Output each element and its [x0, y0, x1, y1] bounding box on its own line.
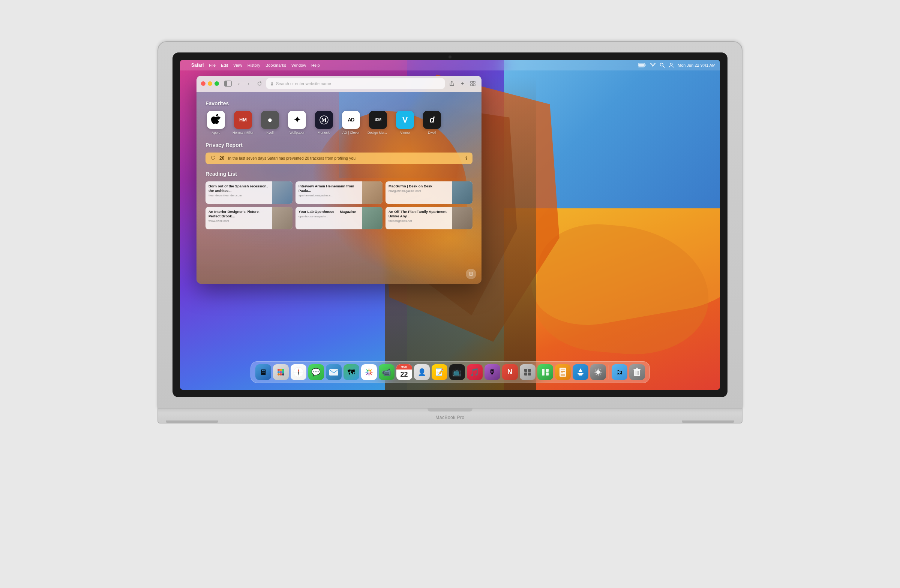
dock-contacts[interactable]: 👤 [414, 364, 430, 380]
svg-rect-7 [471, 81, 473, 83]
dock-system-prefs[interactable] [590, 364, 606, 380]
dock-messages[interactable]: 💬 [308, 364, 324, 380]
customize-button[interactable] [466, 269, 476, 279]
share-button[interactable] [448, 79, 456, 88]
contacts-icon: 👤 [418, 369, 426, 376]
reading-text-2: Interview Armin Heinemann from Paula... … [295, 181, 362, 204]
reading-thumb-4 [272, 207, 293, 229]
favorite-ad[interactable]: AD AD | Clever [340, 111, 362, 135]
menu-help[interactable]: Help [311, 63, 320, 68]
dock-mail[interactable] [326, 364, 341, 380]
launchpad-icon [276, 368, 286, 377]
dock-safari[interactable] [291, 364, 306, 380]
dock-podcasts[interactable]: 🎙 [484, 364, 500, 380]
favorite-monocle-icon: M [315, 111, 333, 129]
extensions-button[interactable] [469, 79, 477, 88]
menu-bar-right: Mon Jun 22 9:41 AM [638, 63, 715, 68]
svg-rect-34 [524, 369, 527, 372]
dock-facetime[interactable]: 📹 [379, 364, 394, 380]
address-bar[interactable]: Search or enter website name [266, 78, 445, 89]
menu-file[interactable]: File [209, 63, 216, 68]
dock-trash[interactable] [629, 364, 645, 380]
favorite-ad-label: AD | Clever [340, 131, 362, 135]
reading-thumb-6 [452, 207, 473, 229]
favorite-vimeo[interactable]: V Vimeo [394, 111, 416, 135]
dock-calendar[interactable]: MON 22 [396, 364, 412, 380]
svg-rect-35 [528, 369, 531, 372]
reading-thumb-3 [452, 181, 473, 204]
privacy-info-icon[interactable]: ℹ [466, 156, 467, 161]
dock-numbers[interactable] [537, 364, 553, 380]
forward-button[interactable]: › [245, 79, 253, 88]
favorite-design-museum[interactable]: tDM Design Museum [368, 111, 388, 135]
favorite-tdm-icon: tDM [369, 111, 387, 129]
dock-photos[interactable] [361, 364, 377, 380]
svg-rect-10 [473, 84, 475, 86]
reading-url-1: freundevonfreunden.com [208, 194, 269, 197]
macbook-base: MacBook Pro [157, 409, 743, 424]
menu-safari[interactable]: Safari [191, 63, 203, 68]
tv-icon: 📺 [452, 368, 462, 376]
favorite-wallpaper[interactable]: ✦ Wallpaper [287, 111, 307, 135]
favorite-apple[interactable]: Apple [205, 111, 227, 135]
wifi-icon [650, 63, 656, 68]
nav-buttons: ‹ › [235, 79, 253, 88]
svg-line-4 [663, 66, 665, 68]
dock-finder[interactable]: 🖥 [255, 364, 271, 380]
dock-maps[interactable]: 🗺 [343, 364, 359, 380]
svg-point-5 [670, 63, 672, 65]
mail-icon [329, 368, 338, 376]
dock-pages[interactable] [555, 364, 571, 380]
menu-window[interactable]: Window [292, 63, 306, 68]
reload-button[interactable] [256, 80, 263, 87]
reading-item-1[interactable]: Born out of the Spanish recession, the a… [205, 181, 293, 204]
dock-tv[interactable]: 📺 [449, 364, 465, 380]
dock-news[interactable]: N [502, 364, 518, 380]
privacy-bar[interactable]: 🛡 20 In the last seven days Safari has p… [205, 153, 473, 164]
dock-separator [608, 365, 609, 379]
minimize-button[interactable] [208, 81, 212, 86]
menu-bookmarks[interactable]: Bookmarks [265, 63, 286, 68]
menu-history[interactable]: History [247, 63, 260, 68]
privacy-shield-icon: 🛡 [211, 156, 216, 161]
svg-rect-38 [542, 369, 545, 376]
dock-music[interactable]: 🎵 [467, 364, 483, 380]
fullscreen-button[interactable] [214, 81, 219, 86]
favorite-kvell[interactable]: ● Kvell [259, 111, 281, 135]
dock-notes[interactable]: 📝 [431, 364, 447, 380]
address-placeholder: Search or enter website name [276, 81, 331, 86]
reading-item-2[interactable]: Interview Armin Heinemann from Paula... … [295, 181, 383, 204]
favorite-ad-icon: AD [342, 111, 360, 129]
favorite-dwell[interactable]: d Dwell [422, 111, 442, 135]
search-menubar-icon[interactable] [659, 63, 665, 68]
privacy-message: In the last seven days Safari has preven… [228, 156, 357, 160]
reading-item-3[interactable]: MacGuffin | Desk on Desk macguffinmagazi… [385, 181, 473, 204]
dock-files[interactable]: 🗂 [611, 364, 627, 380]
favorite-herman-miller[interactable]: HM Herman Miller [233, 111, 253, 135]
sidebar-toggle-button[interactable] [224, 80, 232, 87]
add-tab-button[interactable]: + [458, 79, 467, 88]
favorite-wallpaper-label: Wallpaper [287, 131, 307, 135]
dock-grid[interactable] [520, 364, 535, 380]
back-button[interactable]: ‹ [235, 79, 243, 88]
dock-area: 🖥 [180, 361, 720, 383]
menu-view[interactable]: View [233, 63, 242, 68]
podcasts-icon: 🎙 [489, 368, 496, 376]
menu-edit[interactable]: Edit [221, 63, 228, 68]
close-button[interactable] [201, 81, 205, 86]
reading-title-3: MacGuffin | Desk on Desk [388, 184, 449, 189]
reading-text-6: An Off-The-Plan Family Apartment Unlike … [385, 207, 452, 229]
dock-appstore[interactable] [573, 364, 588, 380]
macbook-foot-right [682, 421, 734, 423]
favorite-monocle[interactable]: M Monocle [313, 111, 335, 135]
reading-url-5: openhouse-magazin... [298, 215, 359, 218]
reading-item-6[interactable]: An Off-The-Plan Family Apartment Unlike … [385, 207, 473, 229]
dock-launchpad[interactable] [273, 364, 289, 380]
finder-icon: 🖥 [259, 368, 267, 376]
reading-item-4[interactable]: An Interior Designer's Picture-Perfect B… [205, 207, 293, 229]
reading-text-3: MacGuffin | Desk on Desk macguffinmagazi… [385, 181, 452, 204]
reading-item-5[interactable]: Your Lab Openhouse — Magazine openhouse-… [295, 207, 383, 229]
system-prefs-icon [593, 367, 604, 378]
user-menubar-icon[interactable] [669, 63, 674, 68]
safari-toolbar: ‹ › [197, 76, 481, 92]
